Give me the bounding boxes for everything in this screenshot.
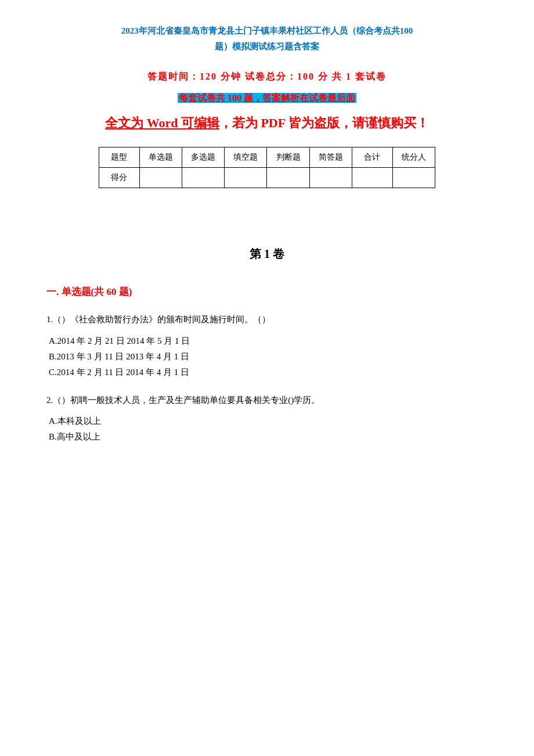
question-2-option-b: B.高中及以上 [49, 429, 488, 445]
table-cell-multi-score [182, 168, 224, 188]
table-header-single: 单选题 [139, 147, 182, 168]
table-header-fill: 填空题 [225, 147, 267, 168]
table-row-score-label: 得分 [99, 168, 140, 188]
table-header-multi: 多选题 [182, 147, 224, 168]
table-cell-total-score [352, 168, 392, 188]
page-title: 2023年河北省秦皇岛市青龙县土门子镇丰果村社区工作人员（综合考点共100 题）… [46, 23, 488, 55]
table-cell-judge-score [267, 168, 309, 188]
table-header-total: 合计 [352, 147, 392, 168]
table-cell-fill-score [225, 168, 267, 188]
section-title: 一. 单选题(共 60 题) [46, 285, 488, 298]
question-1-option-a: A.2014 年 2 月 21 日 2014 年 5 月 1 日 [49, 333, 488, 349]
question-1-options: A.2014 年 2 月 21 日 2014 年 5 月 1 日 B.2013 … [46, 333, 488, 380]
warning-line: 全文为 Word 可编辑，若为 PDF 皆为盗版，请谨慎购买！ [46, 113, 488, 133]
highlight-line: 每套试卷共 100 题，答案解析在试卷最后面 [46, 92, 488, 105]
question-1: 1.（）《社会救助暂行办法》的颁布时间及施行时间。（） A.2014 年 2 月… [46, 312, 488, 380]
table-cell-single-score [139, 168, 182, 188]
question-2-options: A.本科及以上 B.高中及以上 [46, 413, 488, 445]
table-header-type: 题型 [99, 147, 140, 168]
question-2-option-a: A.本科及以上 [49, 413, 488, 429]
spacer1 [46, 200, 488, 235]
warning-part2: ，若为 PDF 皆为盗版，请谨慎购买！ [219, 116, 429, 130]
warning-part1: 全文为 Word 可编辑 [105, 116, 219, 130]
question-1-option-c: C.2014 年 2 月 11 日 2014 年 4 月 1 日 [49, 365, 488, 380]
question-2: 2.（）初聘一般技术人员，生产及生产辅助单位要具备相关专业()学历。 A.本科及… [46, 393, 488, 445]
table-cell-short-score [309, 168, 352, 188]
table-cell-scorer [392, 168, 435, 188]
volume-title: 第 1 卷 [46, 246, 488, 262]
table-header-scorer: 统分人 [392, 147, 435, 168]
score-table: 题型 单选题 多选题 填空题 判断题 简答题 合计 统分人 得分 [99, 147, 435, 188]
question-1-text: 1.（）《社会救助暂行办法》的颁布时间及施行时间。（） [46, 312, 488, 327]
table-header-short: 简答题 [309, 147, 352, 168]
question-1-option-b: B.2013 年 3 月 11 日 2013 年 4 月 1 日 [49, 349, 488, 365]
table-header-judge: 判断题 [267, 147, 309, 168]
exam-info: 答题时间：120 分钟 试卷总分：100 分 共 1 套试卷 [46, 71, 488, 83]
question-2-text: 2.（）初聘一般技术人员，生产及生产辅助单位要具备相关专业()学历。 [46, 393, 488, 408]
score-table-container: 题型 单选题 多选题 填空题 判断题 简答题 合计 统分人 得分 [99, 147, 435, 188]
